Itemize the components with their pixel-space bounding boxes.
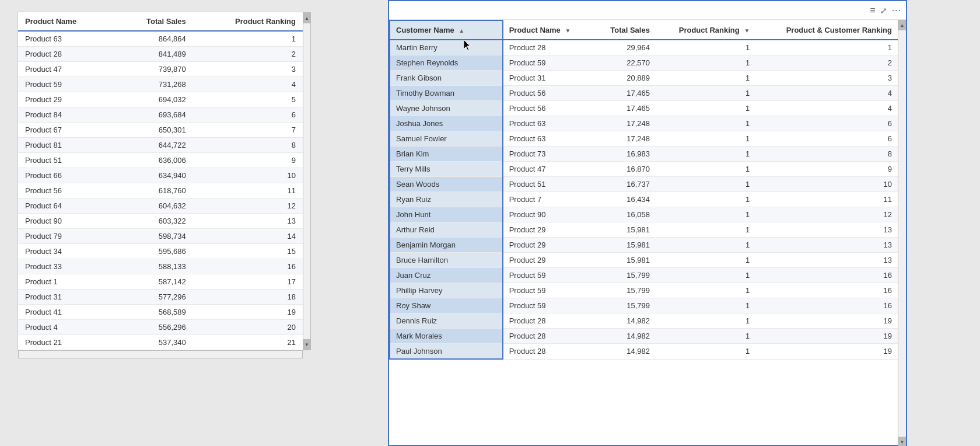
right-table-row: Joshua JonesProduct 6317,24816 [390,116,898,131]
right-table-row: Samuel FowlerProduct 6317,24816 [390,131,898,147]
right-scroll-up-icon: ▲ [900,23,905,28]
left-cell-product-name: Product 4 [18,320,114,335]
right-cell-total-sales: 20,889 [592,71,656,86]
left-scroll-down-arrow[interactable]: ▼ [303,339,310,350]
right-cell-product-ranking: 1 [656,268,755,283]
left-cell-product-ranking: 5 [193,92,303,107]
right-table-row: Ryan RuizProduct 716,434111 [390,192,898,207]
right-cell-customer-name: Juan Cruz [390,268,503,283]
right-cell-product-name: Product 29 [503,238,592,253]
product-name-sort-desc-icon: ▼ [565,27,570,34]
left-table-row: Product 56618,76011 [18,183,303,198]
right-cell-pc-ranking: 19 [755,344,898,360]
left-table-row: Product 51636,0069 [18,153,303,168]
left-cell-product-ranking: 10 [193,168,303,183]
right-table-row: Bruce HamiltonProduct 2915,981113 [390,253,898,268]
left-col-product-ranking[interactable]: Product Ranking [193,12,303,31]
right-table-row: Wayne JohnsonProduct 5617,46514 [390,101,898,116]
right-cell-total-sales: 14,982 [592,329,656,344]
right-cell-product-ranking: 1 [656,162,755,177]
left-table-row: Product 47739,8703 [18,62,303,77]
right-cell-total-sales: 15,799 [592,268,656,283]
right-cell-product-ranking: 1 [656,283,755,298]
left-table-row: Product 59731,2684 [18,77,303,92]
menu-icon[interactable]: ≡ [870,5,875,16]
left-cell-product-name: Product 63 [18,31,114,47]
right-table-row: Arthur ReidProduct 2915,981113 [390,222,898,238]
right-cell-customer-name: Stephen Reynolds [390,55,503,71]
right-cell-product-ranking: 1 [656,222,755,238]
more-options-icon[interactable]: ··· [892,5,901,16]
right-scroll-down-arrow[interactable]: ▼ [898,437,906,446]
right-col-total-sales[interactable]: Total Sales [592,20,656,40]
right-col-customer-name[interactable]: Customer Name ▲ [390,20,503,40]
right-table-row: Phillip HarveyProduct 5915,799116 [390,283,898,298]
left-col-product-name[interactable]: Product Name [18,12,114,31]
right-col-product-ranking[interactable]: Product Ranking ▼ [656,20,755,40]
right-cell-product-ranking: 1 [656,147,755,162]
left-cell-product-name: Product 1 [18,274,114,290]
left-table: Product Name Total Sales Product Ranking… [18,12,303,350]
left-cell-product-name: Product 31 [18,290,114,305]
left-table-wrapper: Product Name Total Sales Product Ranking… [18,12,303,350]
right-cell-total-sales: 17,248 [592,131,656,147]
left-cell-total-sales: 568,589 [114,305,193,320]
right-panel-header: ≡ ⤢ ··· [389,1,906,20]
left-col-total-sales-label: Total Sales [146,17,186,26]
left-table-row: Product 64604,63212 [18,198,303,214]
right-table-row: Terry MillsProduct 4716,87019 [390,162,898,177]
right-cell-product-ranking: 1 [656,131,755,147]
left-cell-product-ranking: 8 [193,138,303,153]
left-col-product-name-label: Product Name [25,17,76,26]
page-container: Product Name Total Sales Product Ranking… [0,0,980,446]
left-cell-total-sales: 537,340 [114,335,193,350]
right-scroll-up-arrow[interactable]: ▲ [898,20,906,30]
left-col-total-sales[interactable]: Total Sales [114,12,193,31]
left-cell-product-ranking: 13 [193,214,303,229]
left-scrollbar-h[interactable] [18,350,303,358]
left-cell-total-sales: 618,760 [114,183,193,198]
right-cell-customer-name: Timothy Bowman [390,86,503,101]
right-cell-pc-ranking: 11 [755,192,898,207]
left-cell-product-name: Product 66 [18,168,114,183]
right-cell-total-sales: 22,570 [592,55,656,71]
right-table-row: Brian KimProduct 7316,98318 [390,147,898,162]
right-scrollbar[interactable]: ▲ ▼ [898,20,906,446]
right-table-row: Roy ShawProduct 5915,799116 [390,298,898,313]
left-cell-product-ranking: 17 [193,274,303,290]
left-cell-product-name: Product 21 [18,335,114,350]
right-cell-total-sales: 17,465 [592,101,656,116]
right-cell-customer-name: Ryan Ruiz [390,192,503,207]
left-cell-product-ranking: 21 [193,335,303,350]
left-table-row: Product 81644,7228 [18,138,303,153]
right-cell-product-name: Product 28 [503,344,592,360]
left-cell-product-ranking: 15 [193,244,303,259]
left-cell-product-name: Product 84 [18,107,114,123]
right-cell-pc-ranking: 19 [755,313,898,329]
header-icons: ≡ ⤢ ··· [870,5,901,16]
right-cell-total-sales: 15,981 [592,253,656,268]
left-scroll-up-arrow[interactable]: ▲ [303,13,310,23]
right-cell-product-ranking: 1 [656,40,755,55]
right-cell-product-ranking: 1 [656,101,755,116]
right-cell-customer-name: Martin Berry [390,40,503,55]
left-cell-product-name: Product 79 [18,229,114,244]
left-cell-total-sales: 588,133 [114,259,193,274]
left-cell-product-ranking: 2 [193,47,303,62]
left-cell-product-name: Product 90 [18,214,114,229]
left-cell-product-name: Product 47 [18,62,114,77]
right-cell-pc-ranking: 9 [755,162,898,177]
right-cell-pc-ranking: 16 [755,298,898,313]
right-col-product-name[interactable]: Product Name ▼ [503,20,592,40]
right-cell-product-name: Product 28 [503,40,592,55]
right-cell-total-sales: 17,465 [592,86,656,101]
right-col-pc-ranking[interactable]: Product & Customer Ranking [755,20,898,40]
right-col-customer-name-label: Customer Name [396,26,454,34]
left-scrollbar[interactable]: ▲ ▼ [303,12,311,350]
right-scroll-down-icon: ▼ [900,440,905,445]
right-cell-product-name: Product 73 [503,147,592,162]
left-cell-product-ranking: 6 [193,107,303,123]
expand-icon[interactable]: ⤢ [880,6,887,15]
right-table-row: Timothy BowmanProduct 5617,46514 [390,86,898,101]
right-cell-pc-ranking: 4 [755,86,898,101]
